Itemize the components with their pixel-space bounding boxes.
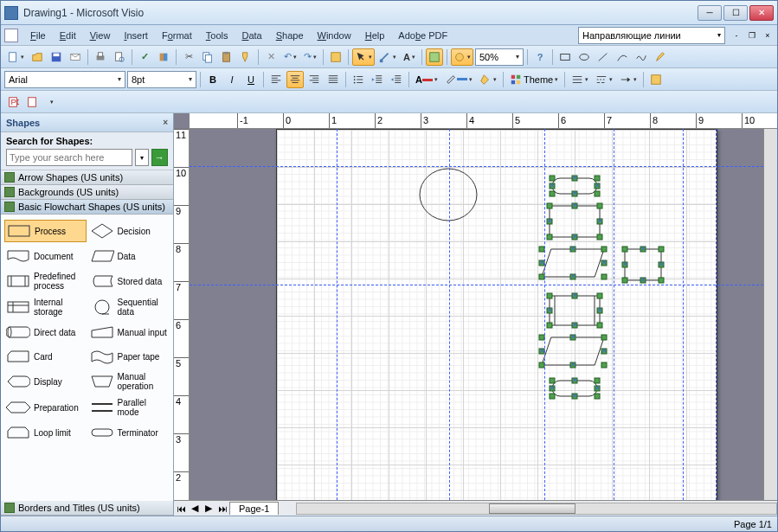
- menu-format[interactable]: Format: [155, 28, 199, 43]
- guide-horizontal[interactable]: [190, 166, 763, 167]
- maximize-button[interactable]: ☐: [723, 5, 748, 21]
- shape-master-preparation[interactable]: Preparation: [4, 396, 87, 419]
- tab-nav-last[interactable]: ⏭: [216, 503, 228, 515]
- canvas-shape-predef[interactable]: ××××: [550, 296, 600, 325]
- menu-insert[interactable]: Insert: [117, 28, 155, 43]
- theme-button[interactable]: Theme: [507, 71, 561, 88]
- pdf-email-button[interactable]: [23, 93, 41, 111]
- menu-help[interactable]: Help: [358, 28, 392, 43]
- rect-tool-button[interactable]: [556, 48, 574, 66]
- line-ends-button[interactable]: [617, 71, 640, 88]
- tab-nav-first[interactable]: ⏮: [175, 503, 187, 515]
- task-pane-combo[interactable]: Направляющие линии ▾: [578, 27, 725, 44]
- shapes-window-button[interactable]: [327, 48, 344, 66]
- shape-master-display[interactable]: Display: [4, 370, 87, 393]
- doc-close-button[interactable]: ×: [762, 29, 774, 42]
- stencil-arrow-shapes[interactable]: Arrow Shapes (US units): [1, 170, 173, 185]
- doc-min-button[interactable]: -: [730, 29, 743, 42]
- research-button[interactable]: [155, 48, 172, 66]
- copy-button[interactable]: [199, 48, 216, 66]
- redo-button[interactable]: ↷: [301, 48, 319, 66]
- bullets-button[interactable]: [350, 71, 367, 88]
- font-color-button[interactable]: A: [413, 71, 440, 88]
- close-button[interactable]: ✕: [749, 5, 774, 21]
- canvas-shape-circle[interactable]: [420, 169, 477, 221]
- shape-master-loop-limit[interactable]: Loop limit: [4, 422, 87, 443]
- shape-master-terminator[interactable]: Terminator: [88, 422, 170, 443]
- menu-edit[interactable]: Edit: [53, 28, 83, 43]
- underline-button[interactable]: U: [242, 71, 260, 88]
- print-button[interactable]: [92, 48, 109, 66]
- shape-master-internal-storage[interactable]: Internal storage: [4, 296, 87, 318]
- line-tool-button[interactable]: [595, 48, 612, 66]
- line-weight-button[interactable]: [569, 71, 591, 88]
- guide-vertical[interactable]: [716, 129, 717, 500]
- tab-nav-prev[interactable]: ◀: [189, 503, 201, 515]
- shape-master-process[interactable]: Process: [4, 220, 87, 242]
- doc-restore-button[interactable]: ❐: [746, 29, 758, 42]
- shapes-panel-close-button[interactable]: ×: [163, 118, 168, 127]
- connector-tool-button[interactable]: [376, 48, 399, 66]
- vertical-ruler[interactable]: 111098765432: [174, 129, 190, 500]
- cut-button[interactable]: ✂: [180, 48, 197, 66]
- connection-points-button[interactable]: [426, 48, 443, 66]
- canvas-shape-terminator[interactable]: ××××: [552, 178, 597, 194]
- justify-button[interactable]: [325, 71, 342, 88]
- guide-vertical[interactable]: [337, 129, 338, 500]
- canvas-shape-terminator[interactable]: ××××: [552, 381, 597, 396]
- shape-master-parallel-mode[interactable]: Parallel mode: [88, 396, 170, 419]
- shape-master-manual-input[interactable]: Manual input: [88, 322, 170, 343]
- align-center-button[interactable]: [286, 71, 304, 88]
- guide-vertical[interactable]: [544, 129, 545, 500]
- shape-master-data[interactable]: Data: [88, 246, 170, 266]
- shape-master-card[interactable]: Card: [4, 346, 87, 367]
- scrollbar-thumb[interactable]: [489, 503, 575, 514]
- shape-master-manual-operation[interactable]: Manual operation: [88, 370, 170, 393]
- shape-master-sequential-data[interactable]: Sequential data: [88, 296, 170, 318]
- menu-shape[interactable]: Shape: [269, 28, 311, 43]
- arc-tool-button[interactable]: [614, 48, 631, 66]
- guide-vertical[interactable]: [614, 129, 614, 500]
- text-tool-button[interactable]: A: [401, 48, 418, 66]
- font-combo[interactable]: Arial▾: [4, 71, 125, 88]
- page-tab[interactable]: Page-1: [229, 502, 279, 515]
- ellipse-tool-button[interactable]: [575, 48, 593, 66]
- shape-master-paper-tape[interactable]: Paper tape: [88, 346, 170, 367]
- paste-button[interactable]: [218, 48, 235, 66]
- format-button[interactable]: [647, 71, 665, 88]
- shape-master-stored-data[interactable]: Stored data: [88, 270, 170, 292]
- shape-master-document[interactable]: Document: [4, 246, 87, 266]
- menu-adobe[interactable]: Adobe PDF: [391, 28, 454, 43]
- canvas-shape-square[interactable]: ××××: [625, 249, 661, 280]
- print-preview-button[interactable]: [111, 48, 128, 66]
- page-area[interactable]: ××××××××××××××××××××××××××××: [190, 129, 763, 500]
- menu-file[interactable]: File: [23, 28, 53, 43]
- shape-master-direct-data[interactable]: Direct data: [4, 322, 87, 343]
- drawing-tools-button[interactable]: [451, 48, 473, 66]
- canvas-shape-data[interactable]: ××××: [542, 249, 604, 277]
- menu-tools[interactable]: Tools: [199, 28, 235, 43]
- align-left-button[interactable]: [267, 71, 285, 88]
- new-button[interactable]: [4, 48, 27, 66]
- search-input[interactable]: [6, 149, 132, 166]
- line-pattern-button[interactable]: [593, 71, 615, 88]
- format-painter-button[interactable]: [237, 48, 254, 66]
- search-dropdown-button[interactable]: ▾: [135, 149, 149, 166]
- menu-window[interactable]: Window: [311, 28, 358, 43]
- tab-nav-next[interactable]: ▶: [203, 503, 215, 515]
- freeform-tool-button[interactable]: [633, 48, 650, 66]
- shape-master-decision[interactable]: Decision: [88, 220, 170, 242]
- fill-color-button[interactable]: [477, 71, 499, 88]
- undo-button[interactable]: ↶: [281, 48, 299, 66]
- pointer-tool-button[interactable]: [352, 48, 375, 66]
- pdf-convert-button[interactable]: PDF: [4, 93, 22, 111]
- guide-horizontal[interactable]: [190, 285, 763, 285]
- italic-button[interactable]: I: [223, 71, 241, 88]
- drawing-page[interactable]: ××××××××××××××××××××××××××××: [276, 129, 717, 500]
- stencil-borders[interactable]: Borders and Titles (US units): [1, 501, 173, 516]
- align-right-button[interactable]: [305, 71, 323, 88]
- minimize-button[interactable]: ─: [698, 5, 722, 21]
- shape-master-predefined-process[interactable]: Predefined process: [4, 270, 87, 292]
- pencil-tool-button[interactable]: [652, 48, 669, 66]
- indent-dec-button[interactable]: [369, 71, 386, 88]
